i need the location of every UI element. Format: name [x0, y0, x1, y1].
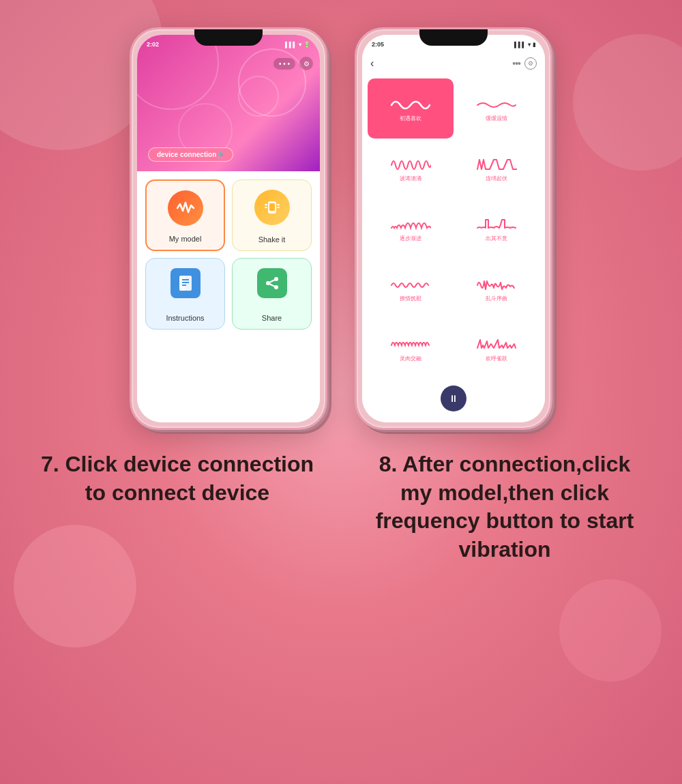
settings-icon[interactable]: ⚙: [524, 57, 537, 70]
phone1-header-controls: • • • ⚙: [273, 57, 313, 70]
freq-label-5: 逐步渐进: [400, 235, 421, 242]
phone2-nav-bar: ‹ ••• ⚙: [362, 54, 545, 73]
freq-item-3[interactable]: 波涛汹涌: [368, 139, 454, 199]
freq-label-1: 初遇喜欢: [400, 115, 421, 122]
share-arrow-icon: [263, 274, 282, 293]
freq-label-9: 灵肉交融: [400, 355, 421, 362]
instructions-icon: [170, 268, 201, 298]
phone2-screen: 2:05 ▌▌▌ ▾ ▮ ‹ ••• ⚙: [362, 35, 545, 422]
wave-surge-icon: [390, 156, 431, 175]
phone-2: 2:05 ▌▌▌ ▾ ▮ ‹ ••• ⚙: [355, 27, 552, 430]
freq-label-4: 连绵起伏: [486, 175, 507, 182]
wave-gentle-icon: [476, 96, 517, 115]
freq-item-4[interactable]: 连绵起伏: [454, 139, 539, 199]
instruction-7-text: 7. Click device connection to connect de…: [34, 450, 321, 507]
freq-label-7: 撩情抚慰: [400, 295, 421, 302]
shake-it-button[interactable]: Shake it: [232, 179, 312, 251]
shake-it-icon: [254, 190, 290, 225]
phone-1: 2:02 ▌▌▌ ▾ 🔋 • • • ⚙ device: [130, 27, 327, 430]
wave-surprise-icon: [476, 216, 517, 235]
freq-item-2[interactable]: 缓缓温情: [454, 78, 539, 139]
back-arrow-icon[interactable]: ‹: [370, 57, 374, 70]
freq-label-8: 乱斗序曲: [486, 295, 507, 302]
phone1-status-icons: ▌▌▌ ▾ 🔋: [285, 42, 310, 48]
phone1-menu-grid: My model: [137, 171, 320, 338]
phone1-header: 2:02 ▌▌▌ ▾ 🔋 • • • ⚙ device: [137, 35, 320, 171]
freq-label-2: 缓缓温情: [486, 115, 507, 122]
shake-it-label: Shake it: [258, 235, 286, 244]
phone2-notch: [419, 29, 488, 46]
freq-item-6[interactable]: 出其不意: [454, 199, 539, 259]
device-connection-label: device connection🔗: [157, 151, 224, 158]
phone-vibrate-icon: [263, 198, 282, 217]
my-model-icon: [168, 190, 203, 226]
svg-line-15: [268, 283, 276, 287]
freq-label-6: 出其不意: [486, 235, 507, 242]
my-model-label: My model: [169, 235, 202, 243]
phone1-time: 2:02: [147, 41, 159, 48]
device-connection-badge[interactable]: device connection🔗: [148, 147, 233, 162]
gear-button[interactable]: ⚙: [299, 57, 313, 70]
wave-fusion-icon: [390, 336, 431, 355]
pause-button[interactable]: ⏸: [441, 386, 466, 411]
instruction-8-text: 8. After connection,click my model,then …: [361, 450, 648, 564]
wave-cheer-icon: [476, 336, 517, 355]
freq-label-10: 欢呼雀跃: [486, 355, 507, 362]
document-icon: [176, 274, 195, 293]
phone1-notch: [194, 29, 263, 46]
frequency-grid: 初遇喜欢 缓缓温情 波涛汹涌: [362, 76, 545, 381]
phone1-screen: 2:02 ▌▌▌ ▾ 🔋 • • • ⚙ device: [137, 35, 320, 422]
more-options-icon[interactable]: •••: [512, 58, 520, 69]
instructions-label: Instructions: [166, 314, 204, 322]
wave-rolling-icon: [476, 156, 517, 175]
instruction-8: 8. After connection,click my model,then …: [341, 450, 668, 564]
freq-item-10[interactable]: 欢呼雀跃: [454, 319, 539, 379]
phone2-time: 2:05: [372, 41, 384, 48]
wave-selected-icon: [390, 96, 431, 115]
waveform-icon: [176, 199, 195, 218]
pause-icon: ⏸: [449, 393, 458, 404]
wave-chaotic-icon: [476, 276, 517, 295]
share-button[interactable]: Share: [232, 258, 312, 330]
instructions-button[interactable]: Instructions: [145, 258, 225, 330]
svg-rect-1: [269, 203, 275, 211]
freq-label-3: 波涛汹涌: [400, 175, 421, 182]
dots-button[interactable]: • • •: [273, 58, 295, 70]
my-model-button[interactable]: My model: [145, 179, 225, 251]
phone2-status-icons: ▌▌▌ ▾ ▮: [514, 42, 535, 48]
wave-soothe-icon: [390, 276, 431, 295]
phone2-top-icons: ••• ⚙: [512, 57, 537, 70]
share-label: Share: [262, 314, 282, 322]
freq-item-5[interactable]: 逐步渐进: [368, 199, 454, 259]
freq-item-8[interactable]: 乱斗序曲: [454, 259, 539, 319]
wave-progressive-icon: [390, 216, 431, 235]
share-icon: [257, 268, 287, 298]
freq-item-7[interactable]: 撩情抚慰: [368, 259, 454, 319]
freq-item-9[interactable]: 灵肉交融: [368, 319, 454, 379]
svg-line-14: [268, 279, 276, 283]
freq-item-1[interactable]: 初遇喜欢: [368, 78, 454, 139]
